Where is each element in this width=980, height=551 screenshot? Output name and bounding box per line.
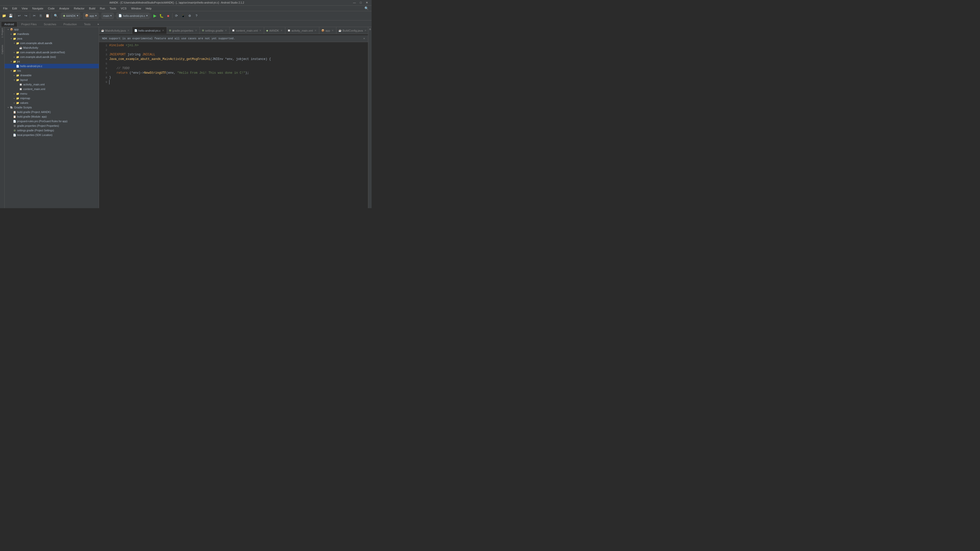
tree-item-build-gradle-module[interactable]: ▸ 📋 build.gradle (Module: app): [5, 114, 99, 119]
debug-btn[interactable]: 🐛: [159, 13, 165, 19]
tree-item-mipmap[interactable]: ▸ 📁 mipmap: [5, 96, 99, 100]
tree-item-androidtest[interactable]: ▸ 📁 com.example.abutt.aandk (androidTest…: [5, 50, 99, 55]
tab-close-btn[interactable]: ✕: [331, 29, 334, 32]
tab-close-btn[interactable]: ✕: [224, 29, 228, 32]
menu-code[interactable]: Code: [46, 6, 57, 11]
tree-item-menu[interactable]: ▸ 📁 menu: [5, 91, 99, 96]
app-dropdown[interactable]: 📦 app ▾: [83, 13, 99, 19]
tab-hello-jni[interactable]: 📄 hello-android-jni.c ✕: [132, 27, 167, 34]
menu-build[interactable]: Build: [87, 6, 97, 11]
tree-item-test[interactable]: ▸ 📁 com.example.abutt.aandk (test): [5, 55, 99, 59]
jni-dropdown[interactable]: 📄 hello-android-jni.c ▾: [117, 13, 150, 19]
tab-close-btn[interactable]: ✕: [280, 29, 283, 32]
tree-arrow: ▸: [10, 129, 13, 132]
tab-content-xml[interactable]: 🔲 content_main.xml ✕: [230, 27, 264, 34]
menu-refactor[interactable]: Refactor: [72, 6, 86, 11]
menu-vcs[interactable]: VCS: [119, 6, 129, 11]
tab-more[interactable]: ▸: [94, 21, 103, 27]
tree-item-content-xml[interactable]: ▸ 🔲 content_main.xml: [5, 87, 99, 91]
tab-android[interactable]: Android: [1, 21, 18, 27]
menu-tools[interactable]: Tools: [107, 6, 118, 11]
run-btn[interactable]: ▶: [152, 13, 158, 19]
toolbar-save-btn[interactable]: 💾: [8, 13, 14, 19]
tree-item-jni[interactable]: ▾ 📁 jni: [5, 59, 99, 64]
tree-item-drawable[interactable]: ▸ 📁 drawable: [5, 73, 99, 78]
toolbar-open-btn[interactable]: 📁: [1, 13, 7, 19]
tree-item-values[interactable]: ▸ 📁 values: [5, 100, 99, 105]
tree-item-java[interactable]: ▾ 📁 java: [5, 36, 99, 41]
menu-window[interactable]: Window: [129, 6, 143, 11]
code-line-1: 1 #include <jni.h>: [99, 43, 368, 48]
tree-item-app[interactable]: ▾ 📦 app: [5, 27, 99, 32]
code-editor[interactable]: NDK support is an experimental feature a…: [99, 34, 368, 208]
tree-arrow: ▸: [10, 120, 13, 122]
tab-buildconfig[interactable]: ☕ BuildConfig.java ✕: [336, 27, 368, 34]
project-dropdown[interactable]: ◆ AANDK ▾: [61, 13, 80, 19]
tree-label: settings.gradle (Project Settings): [17, 129, 54, 132]
tree-item-layout[interactable]: ▾ 📁 layout: [5, 78, 99, 82]
tree-item-res[interactable]: ▾ 📁 res: [5, 68, 99, 73]
ndk-banner-close[interactable]: ✕: [363, 36, 365, 41]
tree-item-com-aandk[interactable]: ▾ 📁 com.example.abutt.aandk: [5, 41, 99, 45]
menu-navigate[interactable]: Navigate: [30, 6, 45, 11]
tree-item-local-props[interactable]: ▸ 📄 local.properties (SDK Location): [5, 133, 99, 137]
menu-view[interactable]: View: [20, 6, 30, 11]
tab-tests[interactable]: Tests: [81, 21, 94, 27]
tab-close-btn[interactable]: ✕: [364, 29, 367, 32]
tab-close-btn[interactable]: ✕: [194, 29, 197, 32]
tab-mainactivity[interactable]: ☕ MainActivity.java ✕: [99, 27, 132, 34]
tab-gradle-props[interactable]: ⚙ gradle.properties ✕: [167, 27, 200, 34]
tree-item-hello-jni[interactable]: ▸ 📄 hello-android-jni.c: [5, 64, 99, 68]
tab-activity-xml[interactable]: 🔲 activity_main.xml ✕: [285, 27, 319, 34]
toolbar-paste-btn[interactable]: 📋: [45, 13, 51, 19]
toolbar-redo-btn[interactable]: ↪: [23, 13, 29, 19]
project-icon[interactable]: 1: Project: [1, 28, 3, 38]
main-dropdown[interactable]: main ▾: [102, 13, 114, 19]
tree-item-proguard[interactable]: ▸ 📄 proguard-rules.pro (ProGuard Rules f…: [5, 119, 99, 124]
search-everywhere-icon[interactable]: 🔍: [363, 6, 371, 10]
tree-item-build-gradle-project[interactable]: ▸ 📋 build.gradle (Project: AANDK): [5, 110, 99, 114]
tab-production[interactable]: Production: [60, 21, 80, 27]
tab-aandk[interactable]: ◆ AANDK ✕: [264, 27, 285, 34]
tab-scratches[interactable]: Scratches: [40, 21, 59, 27]
close-btn[interactable]: ✕: [364, 1, 369, 4]
menu-help[interactable]: Help: [144, 6, 154, 11]
tree-item-settings-gradle[interactable]: ▸ ⚙ settings.gradle (Project Settings): [5, 128, 99, 133]
menu-file[interactable]: File: [1, 6, 10, 11]
captures-icon[interactable]: Captures: [1, 45, 3, 54]
tab-label: activity_main.xml: [291, 29, 313, 32]
nav-tabs: Android Project Files Scratches Producti…: [0, 21, 372, 27]
tab-app[interactable]: 📦 app ✕: [319, 27, 336, 34]
tree-item-manifests[interactable]: ▸ 📁 manifests: [5, 32, 99, 36]
right-sidebar-icon-1[interactable]: ⚙: [369, 28, 371, 30]
tree-item-gradle-scripts[interactable]: ▾ 🐘 Gradle Scripts: [5, 105, 99, 110]
tree-item-activity-xml[interactable]: ▸ 🔲 activity_main.xml: [5, 82, 99, 87]
tab-close-btn[interactable]: ✕: [314, 29, 317, 32]
minimize-btn[interactable]: —: [352, 1, 357, 4]
help-icon[interactable]: ?: [193, 13, 200, 19]
tab-close-btn[interactable]: ✕: [127, 29, 130, 32]
tab-settings-gradle[interactable]: ⚙ settings.gradle ✕: [200, 27, 230, 34]
ndk-banner-text: NDK support is an experimental feature a…: [102, 37, 235, 40]
sync-btn[interactable]: ⟳: [173, 13, 180, 19]
stop-btn[interactable]: ■: [165, 13, 171, 19]
tree-item-gradle-props[interactable]: ▸ ⚙ gradle.properties (Project Propertie…: [5, 124, 99, 128]
tab-project-files[interactable]: Project Files: [18, 21, 40, 27]
tree-item-mainactivity[interactable]: ▸ ☕ MainActivity: [5, 45, 99, 50]
tab-close-btn[interactable]: ✕: [259, 29, 262, 32]
menu-analyze[interactable]: Analyze: [57, 6, 71, 11]
gradle-file-icon: 📋: [13, 115, 16, 118]
toolbar-cut-btn[interactable]: ✂: [31, 13, 37, 19]
menu-edit[interactable]: Edit: [10, 6, 19, 11]
toolbar-divider3: ›: [115, 14, 116, 17]
toolbar-undo-btn[interactable]: ↩: [16, 13, 22, 19]
toolbar-copy-btn[interactable]: ⎘: [38, 13, 44, 19]
tab-close-btn[interactable]: ✕: [162, 29, 165, 32]
sdk-btn[interactable]: ⚙: [187, 13, 193, 19]
gradle-file-icon: 📋: [13, 110, 16, 114]
avd-btn[interactable]: 📱: [180, 13, 186, 19]
jni-dropdown-arrow: ▾: [146, 14, 148, 17]
toolbar-find-btn[interactable]: 🔍: [53, 13, 59, 19]
menu-run[interactable]: Run: [98, 6, 107, 11]
maximize-btn[interactable]: □: [358, 1, 363, 4]
